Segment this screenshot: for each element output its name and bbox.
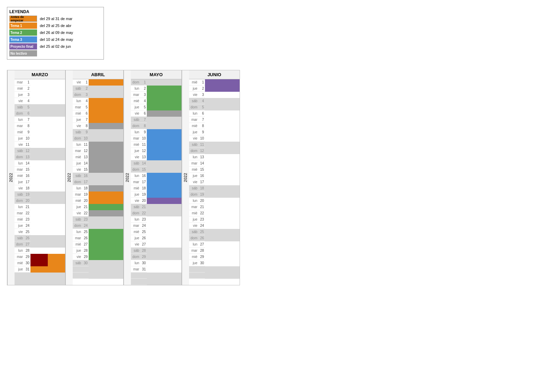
legend-item-0: Antes de empezar del 29 al 31 de mar	[9, 16, 101, 22]
legend-box: LEYENDA Antes de empezar del 29 al 31 de…	[7, 7, 104, 60]
month-mayo: 2022 MAYO dom1 lun2 mar3 mié4 jue5 vie6 …	[123, 70, 181, 285]
legend-item-3: Tema 3 del 10 al 24 de may	[9, 36, 101, 43]
legend-title: LEYENDA	[9, 9, 101, 14]
legend-item-5: No lectivo	[9, 50, 101, 56]
legend-item-1: Tema 1 del 29 al 25 de abr	[9, 23, 101, 29]
month-abril: 2022 ABRIL vie1 sáb2 dom3 lun4 mar5 mié6…	[65, 70, 123, 285]
legend-item-2: Tema 2 del 26 al 09 de may	[9, 29, 101, 36]
month-junio: 2022 JUNIO mié1 jue2 vie3 sáb4 dom5 lun6…	[181, 70, 240, 285]
month-marzo: 2022 MARZO mar1 mié2 jue3 vie4 sáb5 dom6…	[7, 70, 65, 285]
legend-item-4: Proyecto final del 25 al 02 de jun	[9, 43, 101, 50]
calendar-container: 2022 MARZO mar1 mié2 jue3 vie4 sáb5 dom6…	[7, 70, 547, 285]
